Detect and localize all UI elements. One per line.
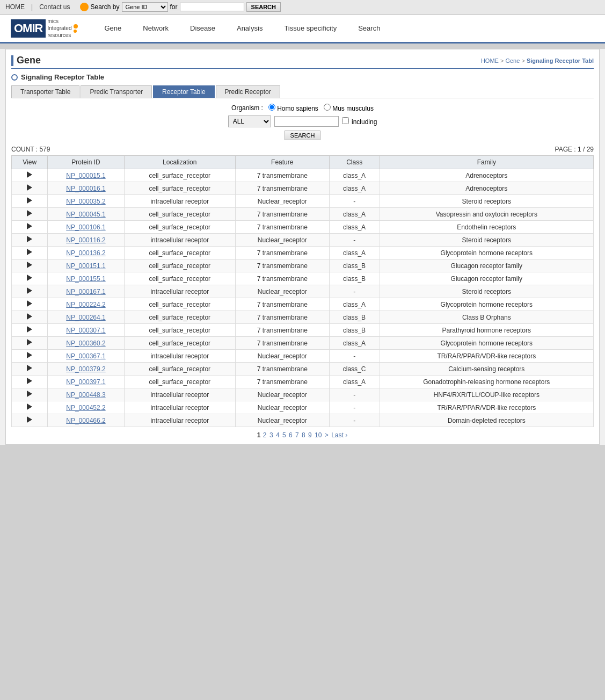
- tab-transporter-table[interactable]: Transporter Table: [11, 85, 79, 98]
- view-cell: [12, 324, 48, 337]
- mus-musculus-radio[interactable]: [324, 104, 331, 111]
- protein-id-cell[interactable]: NP_000360.2: [48, 337, 124, 350]
- protein-id-cell[interactable]: NP_000466.2: [48, 414, 124, 427]
- view-cell: [12, 272, 48, 285]
- search-input[interactable]: [180, 3, 244, 11]
- play-button[interactable]: [27, 184, 32, 191]
- class-cell: class_B: [329, 311, 380, 324]
- play-button[interactable]: [27, 249, 32, 255]
- protein-id-cell[interactable]: NP_000307.1: [48, 324, 124, 337]
- nav-search[interactable]: Search: [347, 21, 391, 35]
- feature-cell: 7 transmembrane: [235, 376, 329, 388]
- localization-cell: cell_surface_receptor: [124, 208, 235, 221]
- protein-id-cell[interactable]: NP_000151.1: [48, 259, 124, 272]
- nav-gene[interactable]: Gene: [94, 21, 133, 35]
- page-6[interactable]: 6: [289, 431, 293, 439]
- protein-id-cell[interactable]: NP_000367.1: [48, 350, 124, 363]
- play-button[interactable]: [27, 262, 32, 268]
- feature-cell: 7 transmembrane: [235, 208, 329, 221]
- play-button[interactable]: [27, 416, 32, 423]
- class-cell: -: [329, 388, 380, 401]
- play-button[interactable]: [27, 171, 32, 178]
- logo-area: OMIR mics Integrated resources: [11, 18, 78, 39]
- protein-id-cell[interactable]: NP_000045.1: [48, 208, 124, 221]
- play-button[interactable]: [27, 287, 32, 294]
- mus-musculus-label[interactable]: Mus musculus: [324, 104, 374, 112]
- filter-search-button[interactable]: SEARCH: [285, 131, 321, 140]
- tab-receptor-table[interactable]: Receptor Table: [153, 85, 215, 98]
- family-cell: Endothelin receptors: [380, 221, 593, 234]
- family-cell: HNF4/RXR/TLL/COUP-like receptors: [380, 388, 593, 401]
- play-button[interactable]: [27, 391, 32, 397]
- including-checkbox[interactable]: [342, 117, 349, 124]
- homo-sapiens-label[interactable]: Homo sapiens: [268, 104, 318, 112]
- protein-id-cell[interactable]: NP_000035.2: [48, 195, 124, 208]
- play-button[interactable]: [27, 197, 32, 204]
- top-search-button[interactable]: SEARCH: [246, 2, 281, 12]
- protein-id-cell[interactable]: NP_000167.1: [48, 285, 124, 298]
- play-button[interactable]: [27, 300, 32, 307]
- table-row: NP_000379.2cell_surface_receptor7 transm…: [12, 363, 594, 376]
- play-button[interactable]: [27, 352, 32, 358]
- col-localization: Localization: [124, 156, 235, 169]
- contact-link[interactable]: Contact us: [39, 3, 70, 11]
- including-label[interactable]: including: [342, 117, 377, 126]
- breadcrumb-home[interactable]: HOME: [481, 57, 499, 64]
- main-content: Gene HOME > Gene > Signaling Receptor Ta…: [0, 49, 605, 445]
- play-button[interactable]: [27, 223, 32, 229]
- protein-id-cell[interactable]: NP_000452.2: [48, 401, 124, 414]
- filter-category-select[interactable]: ALL: [228, 116, 271, 127]
- nav-tissue[interactable]: Tissue specificity: [273, 21, 347, 35]
- filter-search-input[interactable]: [274, 116, 339, 127]
- page-next[interactable]: >: [325, 431, 329, 439]
- class-cell: class_A: [329, 337, 380, 350]
- play-button[interactable]: [27, 365, 32, 371]
- view-cell: [12, 169, 48, 182]
- play-button[interactable]: [27, 236, 32, 242]
- page-9[interactable]: 9: [308, 431, 312, 439]
- play-button[interactable]: [27, 313, 32, 320]
- tab-predic-transporter[interactable]: Predic Transporter: [81, 85, 152, 98]
- protein-id-cell[interactable]: NP_000397.1: [48, 376, 124, 388]
- protein-id-cell[interactable]: NP_000016.1: [48, 182, 124, 195]
- organism-filter-row: Organism : Homo sapiens Mus musculus: [11, 104, 594, 112]
- protein-id-cell[interactable]: NP_000015.1: [48, 169, 124, 182]
- nav-network[interactable]: Network: [132, 21, 179, 35]
- home-link[interactable]: HOME: [5, 3, 25, 11]
- breadcrumb-gene[interactable]: Gene: [505, 57, 520, 64]
- protein-id-cell[interactable]: NP_000224.2: [48, 298, 124, 311]
- page-7[interactable]: 7: [295, 431, 299, 439]
- protein-id-cell[interactable]: NP_000106.1: [48, 221, 124, 234]
- protein-id-cell[interactable]: NP_000379.2: [48, 363, 124, 376]
- col-family: Family: [380, 156, 593, 169]
- table-row: NP_000224.2cell_surface_receptor7 transm…: [12, 298, 594, 311]
- page-2[interactable]: 2: [263, 431, 267, 439]
- page-last[interactable]: Last ›: [331, 431, 347, 439]
- pagination: 1 2 3 4 5 6 7 8 9 10 > Last ›: [11, 431, 594, 439]
- protein-id-cell[interactable]: NP_000155.1: [48, 272, 124, 285]
- play-button[interactable]: [27, 210, 32, 217]
- protein-id-cell[interactable]: NP_000136.2: [48, 247, 124, 259]
- tab-predic-receptor[interactable]: Predic Receptor: [216, 85, 280, 98]
- page-3[interactable]: 3: [269, 431, 273, 439]
- view-cell: [12, 208, 48, 221]
- play-button[interactable]: [27, 326, 32, 333]
- family-cell: Adrenoceptors: [380, 182, 593, 195]
- page-5[interactable]: 5: [282, 431, 286, 439]
- page-10[interactable]: 10: [315, 431, 322, 439]
- page-8[interactable]: 8: [302, 431, 305, 439]
- play-button[interactable]: [27, 339, 32, 345]
- protein-id-cell[interactable]: NP_000448.3: [48, 388, 124, 401]
- play-button[interactable]: [27, 378, 32, 384]
- protein-id-cell[interactable]: NP_000264.1: [48, 311, 124, 324]
- protein-id-cell[interactable]: NP_000116.2: [48, 234, 124, 247]
- search-type-select[interactable]: Gene ID Protein ID Gene Name: [122, 2, 168, 12]
- nav-disease[interactable]: Disease: [179, 21, 226, 35]
- page-1[interactable]: 1: [257, 431, 261, 439]
- play-button[interactable]: [27, 275, 32, 281]
- nav-analysis[interactable]: Analysis: [226, 21, 273, 35]
- play-button[interactable]: [27, 403, 32, 410]
- table-row: NP_000155.1cell_surface_receptor7 transm…: [12, 272, 594, 285]
- homo-sapiens-radio[interactable]: [268, 104, 275, 111]
- page-4[interactable]: 4: [276, 431, 280, 439]
